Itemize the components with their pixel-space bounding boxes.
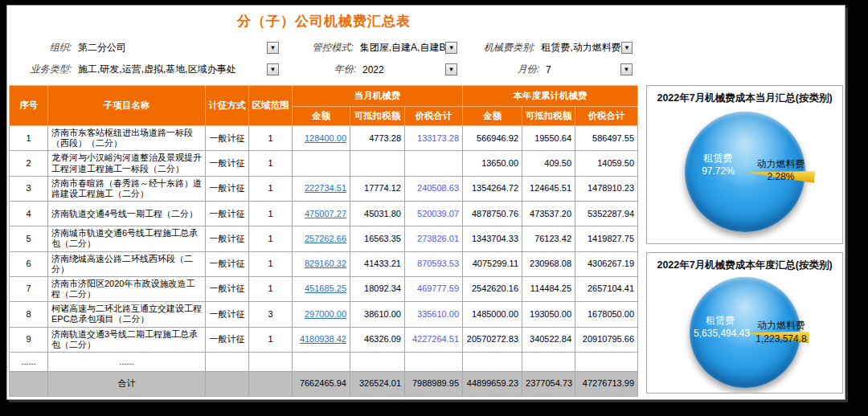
filter-organization: 组织: 第二分公司 ▼	[9, 37, 284, 59]
cell-m_tax: 4773.28	[350, 126, 405, 151]
filter-fee-category: 机械费类别: 租赁费,动力燃料费 ▼	[462, 37, 637, 59]
header-month-amount: 金额	[293, 107, 350, 126]
cell-m_amount[interactable]: 829160.32	[293, 251, 350, 276]
cell-no: 3	[10, 176, 48, 201]
cell-m_amount[interactable]: 475007.27	[293, 202, 350, 226]
cell-region: 3	[249, 302, 293, 327]
cell-m_tax: 326524.01	[350, 372, 405, 397]
cell-y_tax: 124645.51	[522, 176, 575, 201]
cell-y_amount: 4075299.11	[463, 251, 522, 276]
header-year-tax: 可抵扣税额	[522, 107, 575, 126]
cell-m_tax: 16563.35	[350, 226, 405, 251]
cell-m_amount[interactable]: 128400.00	[293, 126, 350, 151]
cell-region	[249, 353, 293, 372]
cell-name: 济南市东客站枢纽进出场道路一标段（西段）（二分）	[48, 126, 206, 151]
cell-y_total: 20910795.66	[575, 327, 638, 352]
cell-m_tax: 17774.12	[350, 176, 405, 201]
cell-m_amount	[293, 151, 350, 176]
chart-card-month: 2022年7月机械费成本当月汇总(按类别) 租赁费 97.72% 动力燃料费 2…	[646, 85, 843, 244]
cell-y_amount: 20570272.83	[463, 327, 522, 352]
cell-y_total: 5352287.94	[575, 202, 638, 226]
header-region: 区域范围	[249, 86, 293, 126]
header-year-total: 价税合计	[575, 107, 638, 126]
chevron-down-icon: ▼	[448, 66, 455, 73]
table-row: 5济南城市轨道交通6号线工程施工总承包（二分）一般计征1257262.66165…	[10, 226, 638, 251]
pie-label-fuel: 动力燃料费 2.28%	[757, 157, 805, 183]
cell-m_total: 240508.63	[405, 176, 463, 201]
dropdown-button[interactable]: ▼	[620, 63, 633, 75]
cell-y_total: 14059.50	[575, 151, 638, 176]
slice-label: 动力燃料费	[757, 157, 805, 170]
cell-y_total	[575, 353, 638, 372]
report-page: 分（子）公司机械费汇总表 组织: 第二分公司 ▼ 管控模式: 集团屋,自建A,自…	[6, 5, 845, 400]
table-row: 8柯诸高速与二环北路互通立交建设工程EPC总承包项目（二分）一般计征329700…	[10, 302, 638, 327]
cell-m_amount[interactable]: 297000.00	[293, 302, 350, 327]
cell-name: 济南市济阳区2020年市政设施改造工程（二分）	[48, 276, 206, 301]
header-month-total: 价税合计	[405, 107, 463, 126]
cell-y_tax: 473537.20	[522, 202, 575, 226]
dropdown-button[interactable]: ▼	[445, 42, 457, 54]
filter-label: 机械费类别:	[462, 41, 534, 55]
cell-method	[206, 372, 249, 397]
cell-name: 龙脊河与小汉峪沟河道整治及景观提升工程河道工程施工一标段（二分）	[48, 151, 206, 176]
cell-method	[206, 353, 249, 372]
cell-m_total: 335610.00	[405, 302, 463, 327]
cell-y_total: 1419827.75	[575, 226, 638, 251]
cell-region: 1	[249, 176, 293, 201]
slice-value: 2.28%	[757, 170, 805, 183]
filter-month: 月份: 7 ▼	[462, 59, 637, 80]
charts-panel: 2022年7月机械费成本当月汇总(按类别) 租赁费 97.72% 动力燃料费 2…	[646, 85, 843, 397]
cell-m_amount[interactable]: 451685.25	[293, 276, 350, 301]
pie-label-rental: 租赁费 5,635,494.43	[694, 314, 747, 340]
cell-y_amount: 1343704.33	[463, 226, 522, 251]
pie-label-rental: 租赁费 97.72%	[690, 152, 747, 177]
filter-year: 年份: 2022 ▼	[284, 59, 462, 80]
cell-region: 1	[249, 276, 293, 301]
dropdown-button[interactable]: ▼	[445, 63, 457, 75]
cell-region: 1	[249, 251, 293, 276]
cell-m_amount[interactable]: 222734.51	[293, 176, 350, 201]
page-title: 分（子）公司机械费汇总表	[9, 12, 639, 31]
cell-m_tax: 18092.34	[350, 276, 405, 301]
cell-method: 一般计征	[206, 126, 249, 151]
cell-y_amount: 2542620.16	[463, 276, 522, 301]
slice-label: 动力燃料费	[755, 319, 806, 332]
pie-wrap: 租赁费 5,635,494.43 动力燃料费 1,223,574.8	[647, 272, 842, 388]
table-row: 1济南市东客站枢纽进出场道路一标段（西段）（二分）一般计征1128400.004…	[10, 126, 638, 151]
chart-title: 2022年7月机械费成本年度汇总(按类别)	[647, 253, 842, 272]
cell-method: 一般计征	[206, 276, 249, 301]
cell-m_tax: 46326.09	[350, 327, 405, 352]
cell-m_total	[405, 353, 463, 372]
filter-bar: 组织: 第二分公司 ▼ 管控模式: 集团屋,自建A,自建B ▼ 机械费类别: 租…	[9, 37, 637, 80]
cell-m_amount[interactable]: 257262.66	[293, 226, 350, 251]
filter-business-type: 业务类型: 施工,研发,运营,虚拟,基地,区域办事处 ▼	[9, 59, 284, 80]
table-row: 9济南轨道交通3号线二期工程施工总承包（二分）一般计征14180938.4246…	[10, 327, 638, 352]
cell-y_total: 586497.55	[575, 126, 638, 151]
table-row: 3济南市春暄路（春秀路～经十东路）道路建设工程施工（二分）一般计征1222734…	[10, 176, 638, 201]
cell-no: 4	[10, 202, 48, 226]
dropdown-button[interactable]: ▼	[621, 42, 633, 54]
cell-y_tax	[522, 353, 575, 372]
cell-name: 济南轨道交通3号线二期工程施工总承包（二分）	[48, 327, 206, 352]
cell-y_amount: 13650.00	[463, 151, 522, 176]
pie-chart-year[interactable]: 租赁费 5,635,494.43 动力燃料费 1,223,574.8	[690, 277, 800, 388]
cell-y_amount: 1485000.00	[463, 302, 522, 327]
cell-m_amount	[293, 353, 350, 372]
cell-name: 济南城市轨道交通6号线工程施工总承包（二分）	[48, 226, 206, 251]
filter-control-mode: 管控模式: 集团屋,自建A,自建B ▼	[284, 37, 462, 59]
table-row: 6济南绕城高速公路二环线西环段（二分）一般计征1829160.3241433.2…	[10, 251, 638, 276]
cell-m_amount[interactable]: 4180938.42	[293, 327, 350, 352]
cell-m_tax	[350, 353, 405, 372]
chevron-down-icon: ▼	[448, 44, 455, 51]
cell-region: 1	[249, 327, 293, 352]
dropdown-button[interactable]: ▼	[267, 42, 279, 54]
slice-value: 1,223,574.8	[755, 332, 806, 345]
pie-chart-month[interactable]: 租赁费 97.72% 动力燃料费 2.28%	[685, 112, 805, 232]
dropdown-button[interactable]: ▼	[267, 63, 279, 75]
cell-m_amount: 7662465.94	[293, 372, 350, 397]
cell-method: 一般计征	[206, 251, 249, 276]
cell-no: 7	[10, 276, 48, 301]
slice-label: 租赁费	[694, 314, 747, 327]
cell-name: 柯诸高速与二环北路互通立交建设工程EPC总承包项目（二分）	[48, 302, 206, 327]
main-content: 序号 子项目名称 计征方式 区域范围 当月机械费 本年度累计机械费 金额 可抵扣…	[9, 85, 843, 397]
